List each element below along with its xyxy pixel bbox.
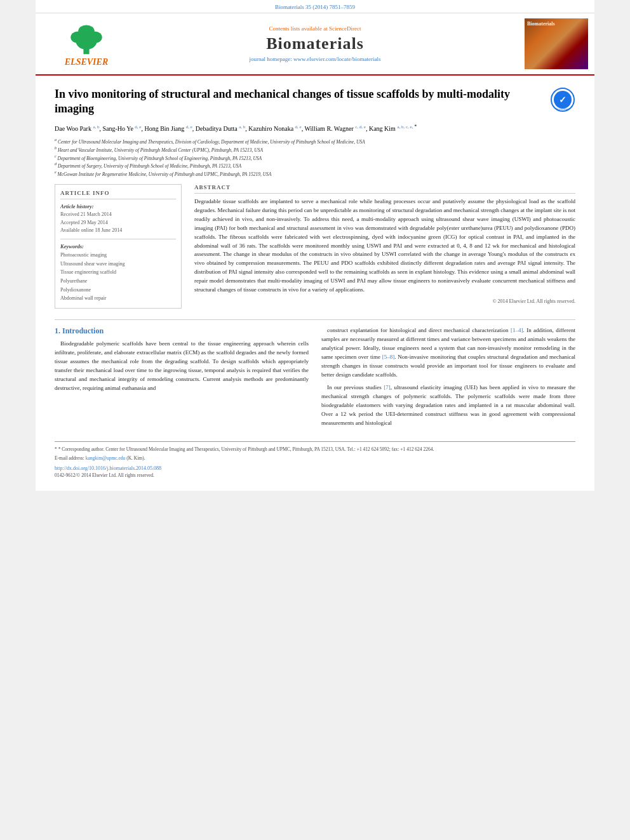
sciencedirect-link[interactable]: Contents lists available at ScienceDirec… xyxy=(131,25,499,32)
issn-line: 0142-9612/© 2014 Elsevier Ltd. All right… xyxy=(55,472,575,478)
section-title: Introduction xyxy=(62,326,104,335)
keyword-2: Ultrasound shear wave imaging xyxy=(60,260,176,269)
doi-line[interactable]: http://dx.doi.org/10.1016/j.biomaterials… xyxy=(55,465,575,471)
biomaterials-cover: Biomaterials xyxy=(525,18,588,69)
keywords-list: Photoacoustic imaging Ultrasound shear w… xyxy=(60,251,176,303)
title-section: In vivo monitoring of structural and mec… xyxy=(55,82,575,117)
intro-para-1: Biodegradable polymeric scaffolds have b… xyxy=(55,340,309,393)
ref-5-8: [5–8] xyxy=(382,354,395,360)
sciencedirect-name: ScienceDirect xyxy=(329,25,361,32)
journal-header: ELSEVIER Contents lists available at Sci… xyxy=(36,13,594,76)
keyword-6: Abdominal wall repair xyxy=(60,294,176,303)
svg-text:CrossMark: CrossMark xyxy=(556,107,570,110)
affiliations: a Center for Ultrasound Molecular Imagin… xyxy=(55,137,575,178)
affil-4: d Department of Surgery, University of P… xyxy=(55,161,575,170)
intro-body-left: Biodegradable polymeric scaffolds have b… xyxy=(55,340,309,393)
journal-homepage: journal homepage: www.elsevier.com/locat… xyxy=(131,56,499,62)
available-date: Available online 18 June 2014 xyxy=(60,227,176,235)
page-wrapper: Biomaterials 35 (2014) 7851–7859 ELSEVIE… xyxy=(36,0,594,491)
keywords-title: Keywords: xyxy=(60,243,176,250)
citation-bar: Biomaterials 35 (2014) 7851–7859 xyxy=(36,0,594,13)
author-7: Kang Kim a, b, c, e, * xyxy=(369,125,417,132)
author-3: Hong Bin Jiang d, e, xyxy=(144,125,194,132)
section-number: 1. xyxy=(55,326,62,335)
body-col-left: 1. Introduction Biodegradable polymeric … xyxy=(55,326,309,431)
article-info-box: ARTICLE INFO Article history: Received 2… xyxy=(55,184,182,309)
affil-2: b Heart and Vascular Institute, Universi… xyxy=(55,145,575,154)
affil-5: e McGowan Institute for Regenerative Med… xyxy=(55,170,575,178)
affil-1: a Center for Ultrasound Molecular Imagin… xyxy=(55,137,575,145)
journal-title-section: Contents lists available at ScienceDirec… xyxy=(131,25,499,62)
keyword-5: Polydioxanone xyxy=(60,286,176,295)
email-value: kangkim@upmc.edu xyxy=(86,455,126,461)
citation-text: Biomaterials 35 (2014) 7851–7859 xyxy=(275,4,355,10)
main-content: 1. Introduction Biodegradable polymeric … xyxy=(55,319,575,478)
intro-para-2: construct explantation for histological … xyxy=(321,326,575,380)
body-col-right: construct explantation for histological … xyxy=(321,326,575,431)
elsevier-text: ELSEVIER xyxy=(65,57,108,67)
keyword-4: Polyurethane xyxy=(60,277,176,286)
corresponding-author-text: * Corresponding author. Center for Ultra… xyxy=(58,446,434,452)
affil-3: c Department of Bioengineering, Universi… xyxy=(55,154,575,162)
intro-para-3: In our previous studies [7], ultrasound … xyxy=(321,383,575,428)
history-title: Article history: xyxy=(60,203,176,210)
accepted-date: Accepted 29 May 2014 xyxy=(60,219,176,227)
journal-title: Biomaterials xyxy=(131,34,499,53)
copyright-line: © 2014 Elsevier Ltd. All rights reserved… xyxy=(194,298,575,304)
elsevier-tree-icon xyxy=(61,21,112,56)
authors-line: Dae Woo Park a, b, Sang-Ho Ye d, e, Hong… xyxy=(55,123,575,133)
ref-7: [7] xyxy=(384,384,391,390)
article-info-column: ARTICLE INFO Article history: Received 2… xyxy=(55,184,182,309)
abstract-text: Degradable tissue scaffolds are implante… xyxy=(194,197,575,295)
ref-1-4: [1–4] xyxy=(511,327,523,333)
author-1: Dae Woo Park a, b, xyxy=(55,125,101,132)
email-footnote: E-mail address: kangkim@upmc.edu (K. Kim… xyxy=(55,455,575,462)
abstract-title: ABSTRACT xyxy=(194,184,575,194)
article-info-title: ARTICLE INFO xyxy=(60,190,176,199)
svg-text:✓: ✓ xyxy=(559,95,566,105)
crossmark-badge: ✓ CrossMark xyxy=(550,87,575,112)
elsevier-logo: ELSEVIER xyxy=(61,21,112,67)
author-4: Debaditya Dutta a, b, xyxy=(196,125,247,132)
body-two-col: 1. Introduction Biodegradable polymeric … xyxy=(55,326,575,431)
homepage-text: journal homepage: www.elsevier.com/locat… xyxy=(250,56,381,62)
email-label: E-mail address: xyxy=(55,455,84,461)
crossmark-icon: ✓ CrossMark xyxy=(550,87,575,112)
info-abstract-section: ARTICLE INFO Article history: Received 2… xyxy=(55,184,575,309)
keyword-3: Tissue engineering scaffold xyxy=(60,268,176,277)
doi-text: http://dx.doi.org/10.1016/j.biomaterials… xyxy=(55,465,161,471)
author-5: Kazuhiro Nonaka d, e, xyxy=(248,125,303,132)
email-note: (K. Kim). xyxy=(126,455,145,461)
intro-body-right: construct explantation for histological … xyxy=(321,326,575,427)
author-2: Sang-Ho Ye d, e, xyxy=(103,125,143,132)
section-1-header: 1. Introduction xyxy=(55,326,309,336)
elsevier-logo-section: ELSEVIER xyxy=(42,21,131,67)
contents-text: Contents lists available at xyxy=(269,25,328,32)
cover-image-section: Biomaterials xyxy=(499,18,588,69)
svg-point-4 xyxy=(78,25,95,37)
section-divider xyxy=(55,319,575,320)
article-title: In vivo monitoring of structural and mec… xyxy=(55,87,550,117)
footnote-text: * * Corresponding author. Center for Ult… xyxy=(55,446,575,453)
abstract-section: ABSTRACT Degradable tissue scaffolds are… xyxy=(194,184,575,304)
abstract-column: ABSTRACT Degradable tissue scaffolds are… xyxy=(194,184,575,309)
received-date: Received 21 March 2014 xyxy=(60,211,176,219)
keyword-1: Photoacoustic imaging xyxy=(60,251,176,260)
footnote-section: * * Corresponding author. Center for Ult… xyxy=(55,441,575,478)
author-6: William R. Wagner c, d, e, xyxy=(305,125,368,132)
cover-label: Biomaterials xyxy=(527,21,555,27)
article-container: In vivo monitoring of structural and mec… xyxy=(36,76,594,491)
